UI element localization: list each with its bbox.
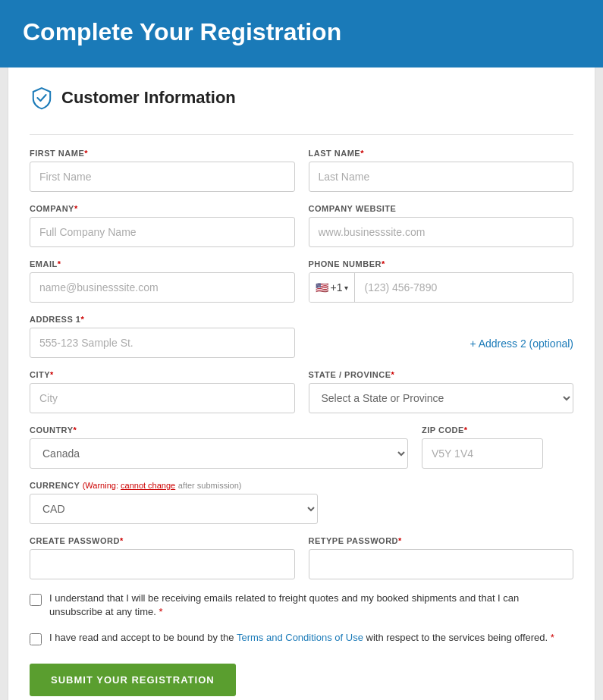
company-label: COMPANY* (30, 204, 295, 213)
email-phone-row: EMAIL* PHONE NUMBER* 🇺🇸 +1 ▾ (30, 259, 573, 303)
email-input[interactable] (30, 272, 295, 303)
divider (30, 134, 573, 135)
last-name-group: LAST NAME* (309, 149, 574, 192)
address1-group: ADDRESS 1* (30, 315, 295, 358)
country-select[interactable]: Canada United States Mexico (30, 438, 408, 469)
first-name-input[interactable] (30, 162, 295, 192)
company-input[interactable] (30, 217, 295, 247)
country-label: COUNTRY* (30, 425, 408, 435)
phone-group: PHONE NUMBER* 🇺🇸 +1 ▾ (309, 259, 574, 303)
city-input[interactable] (30, 383, 295, 413)
email-consent-label: I understand that I will be receiving em… (49, 592, 573, 619)
password-row: CREATE PASSWORD* RETYPE PASSWORD* (30, 536, 573, 579)
phone-code: +1 (331, 281, 343, 293)
phone-flag[interactable]: 🇺🇸 +1 ▾ (309, 273, 356, 302)
zip-input[interactable] (422, 438, 543, 469)
currency-group: CURRENCY (Warning: cannot change after s… (30, 481, 318, 524)
add-address2-button[interactable]: + Address 2 (optional) (470, 337, 573, 350)
company-group: COMPANY* (30, 204, 295, 247)
company-website-label: COMPANY WEBSITE (309, 204, 574, 213)
form-card: Customer Information FIRST NAME* LAST NA… (8, 67, 595, 700)
section-title-text: Customer Information (61, 88, 236, 108)
currency-row: CURRENCY (Warning: cannot change after s… (30, 481, 573, 524)
address1-input[interactable] (30, 328, 295, 358)
currency-label: CURRENCY (Warning: cannot change after s… (30, 481, 318, 490)
zip-group: ZIP CODE* (422, 425, 573, 469)
currency-warning-gray: after submission) (178, 481, 242, 490)
checkbox2-group: I have read and accept to be bound by th… (30, 631, 573, 645)
last-name-label: LAST NAME* (309, 149, 574, 158)
flag-emoji: 🇺🇸 (316, 281, 328, 293)
company-website-group: COMPANY WEBSITE (309, 204, 574, 247)
name-row: FIRST NAME* LAST NAME* (30, 149, 573, 192)
state-group: STATE / PROVINCE* Select a State or Prov… (309, 370, 574, 413)
phone-label: PHONE NUMBER* (309, 259, 574, 268)
terms-checkbox[interactable] (30, 633, 42, 645)
address-row: ADDRESS 1* + Address 2 (optional) (30, 315, 573, 358)
password-input[interactable] (30, 549, 295, 579)
page-header: Complete Your Registration (0, 0, 603, 67)
submit-button[interactable]: SUBMIT YOUR REGISTRATION (30, 664, 236, 696)
city-group: CITY* (30, 370, 295, 413)
last-name-input[interactable] (309, 162, 574, 192)
add-address2-group: + Address 2 (optional) (309, 315, 574, 358)
retype-password-group: RETYPE PASSWORD* (309, 536, 574, 579)
company-website-input[interactable] (309, 217, 574, 247)
terms-label: I have read and accept to be bound by th… (49, 631, 554, 645)
country-zip-row: COUNTRY* Canada United States Mexico ZIP… (30, 425, 573, 469)
company-row: COMPANY* COMPANY WEBSITE (30, 204, 573, 247)
first-name-group: FIRST NAME* (30, 149, 295, 192)
password-group: CREATE PASSWORD* (30, 536, 295, 579)
shield-icon (30, 86, 54, 110)
first-name-label: FIRST NAME* (30, 149, 295, 158)
email-consent-checkbox[interactable] (30, 594, 42, 606)
address1-label: ADDRESS 1* (30, 315, 295, 324)
currency-warning-underline: cannot change (121, 481, 175, 490)
checkbox1-group: I understand that I will be receiving em… (30, 592, 573, 619)
state-label: STATE / PROVINCE* (309, 370, 574, 379)
city-label: CITY* (30, 370, 295, 379)
currency-warning: (Warning: cannot change (83, 481, 176, 490)
page-title: Complete Your Registration (23, 18, 580, 46)
terms-link[interactable]: Terms and Conditions of Use (237, 632, 363, 643)
state-select[interactable]: Select a State or Province British Colum… (309, 383, 574, 413)
retype-password-label: RETYPE PASSWORD* (309, 536, 574, 545)
email-label: EMAIL* (30, 259, 295, 268)
phone-wrapper: 🇺🇸 +1 ▾ (309, 272, 574, 303)
email-group: EMAIL* (30, 259, 295, 303)
currency-select[interactable]: CAD USD (30, 494, 318, 524)
retype-password-input[interactable] (309, 549, 574, 579)
section-header: Customer Information (30, 86, 573, 118)
city-state-row: CITY* STATE / PROVINCE* Select a State o… (30, 370, 573, 413)
phone-input[interactable] (355, 272, 573, 303)
password-label: CREATE PASSWORD* (30, 536, 295, 545)
country-group: COUNTRY* Canada United States Mexico (30, 425, 408, 469)
phone-dropdown-icon[interactable]: ▾ (344, 284, 348, 292)
zip-label: ZIP CODE* (422, 425, 573, 435)
